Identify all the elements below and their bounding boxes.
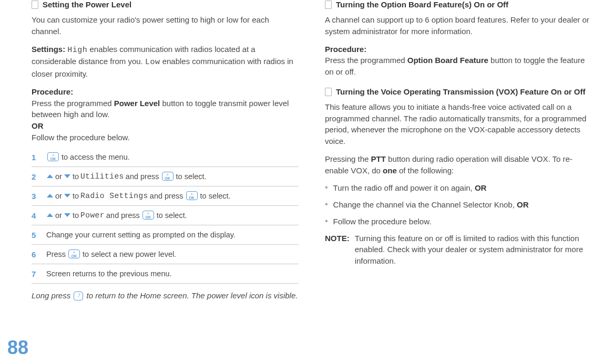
down-arrow-icon [64,194,70,197]
up-arrow-icon [47,213,53,217]
step-text: or to Utilities and press ≡OK to select. [46,171,299,182]
procedure-label: Procedure: [325,45,366,54]
heading-text: Setting the Power Level [43,0,131,9]
vox-intro: This feature allows you to initiate a ha… [325,101,592,147]
step-number: 3 [32,191,39,202]
step-7: 7 Screen returns to the previous menu. [32,264,299,284]
step-list: 1 ≡OK to access the menu. 2 or to Utilit… [32,148,299,284]
step-3: 3 or to Radio Settings and press ≡OK to … [32,186,299,206]
ok-button-icon: ≡OK [47,152,59,161]
step-number: 5 [32,230,39,241]
bullet-icon: • [325,199,328,211]
ok-button-icon: ≡OK [162,172,173,181]
step-number: 4 [32,210,39,221]
step-1: 1 ≡OK to access the menu. [32,148,299,167]
note-block: NOTE: Turning this feature on or off is … [325,233,592,267]
section-heading-vox: Turning the Voice Operating Transmission… [325,87,592,96]
footer-note: Long press ⤴ to return to the Home scree… [32,290,299,301]
doc-icon [325,1,332,9]
step-number: 6 [32,249,39,260]
down-arrow-icon [64,174,70,178]
doc-icon [325,88,332,96]
option-board-procedure: Procedure: Press the programmed Option B… [325,44,592,78]
ok-button-icon: ≡OK [186,191,198,200]
up-arrow-icon [47,174,53,178]
step-text: Press ≡OK to select a new power level. [46,249,299,259]
bullet-icon: • [325,216,328,227]
section-heading-option-board: Turning the Option Board Feature(s) On o… [325,0,592,9]
page-number: 88 [7,337,28,359]
vox-bullet-list: • Turn the radio off and power it on aga… [325,182,592,227]
bullet-icon: • [325,182,328,194]
or-text: Follow the procedure below. [32,133,130,142]
intro-paragraph: You can customize your radio's power set… [32,14,299,37]
proc-text1: Press the programmed [32,99,114,108]
back-button-icon: ⤴ [74,292,83,300]
procedure-label: Procedure: [32,87,73,96]
step-number: 7 [32,268,39,279]
step-text: Change your current setting as prompted … [46,230,299,240]
step-text: or to Power and press ≡OK to select. [46,210,299,221]
vox-ptt-note: Pressing the PTT button during radio ope… [325,153,592,176]
step-number: 2 [32,171,39,182]
heading-text: Turning the Voice Operating Transmission… [336,87,586,96]
settings-label: Settings: [32,45,65,54]
settings-low: Low [145,58,160,67]
or-label: OR [32,121,44,130]
down-arrow-icon [64,213,70,217]
page-content: Setting the Power Level You can customiz… [32,0,592,307]
settings-high: High [67,46,87,55]
step-text: or to Radio Settings and press ≡OK to se… [46,191,299,201]
step-6: 6 Press ≡OK to select a new power level. [32,245,299,264]
up-arrow-icon [47,194,53,197]
right-column: Turning the Option Board Feature(s) On o… [325,0,592,307]
step-5: 5 Change your current setting as prompte… [32,225,299,245]
list-item: • Change the channel via the Channel Sel… [325,199,592,211]
note-text: Turning this feature on or off is limite… [355,233,592,267]
proc-bold: Power Level [114,99,160,108]
list-item: • Follow the procedure below. [325,216,592,227]
note-label: NOTE: [325,233,350,267]
option-board-intro: A channel can support up to 6 option boa… [325,14,592,37]
step-text: ≡OK to access the menu. [46,152,299,162]
section-heading-power-level: Setting the Power Level [32,0,299,9]
left-column: Setting the Power Level You can customiz… [32,0,299,307]
ok-button-icon: ≡OK [142,211,154,220]
heading-text: Turning the Option Board Feature(s) On o… [336,0,508,9]
step-2: 2 or to Utilities and press ≡OK to selec… [32,167,299,186]
settings-paragraph: Settings: High enables communication wit… [32,44,299,80]
procedure-block: Procedure: Press the programmed Power Le… [32,86,299,143]
doc-icon [32,1,38,9]
list-item: • Turn the radio off and power it on aga… [325,182,592,194]
step-4: 4 or to Power and press ≡OK to select. [32,206,299,225]
step-text: Screen returns to the previous menu. [46,268,299,279]
step-number: 1 [32,152,39,163]
ok-button-icon: ≡OK [68,249,80,258]
